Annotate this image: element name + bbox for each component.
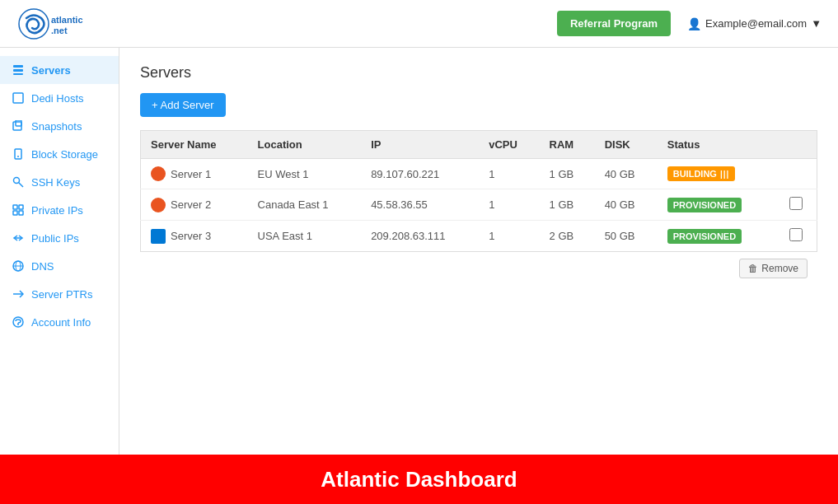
dns-icon bbox=[12, 259, 25, 273]
sidebar-item-ssh-keys[interactable]: SSH Keys bbox=[0, 168, 119, 196]
cell-status: PROVISIONED bbox=[658, 221, 775, 252]
sidebar-label-account-info: Account Info bbox=[31, 316, 91, 329]
cell-ram: 2 GB bbox=[540, 221, 595, 252]
content-area: Servers + Add Server Server Name Locatio… bbox=[119, 48, 838, 455]
cell-ram: 1 GB bbox=[540, 159, 595, 189]
cell-disk: 40 GB bbox=[595, 189, 658, 221]
server-name-text: Server 3 bbox=[171, 230, 211, 242]
public-ips-icon bbox=[12, 231, 25, 245]
add-server-button[interactable]: + Add Server bbox=[140, 93, 226, 117]
ubuntu-os-icon bbox=[151, 198, 166, 212]
svg-point-11 bbox=[14, 178, 20, 184]
sidebar-item-dedi-hosts[interactable]: Dedi Hosts bbox=[0, 84, 119, 112]
sidebar-item-server-ptrs[interactable]: Server PTRs bbox=[0, 280, 119, 308]
svg-rect-6 bbox=[13, 93, 23, 103]
windows-os-icon bbox=[151, 229, 166, 244]
svg-rect-5 bbox=[13, 73, 23, 75]
block-storage-icon bbox=[12, 147, 25, 161]
sidebar-item-private-ips[interactable]: Private IPs bbox=[0, 196, 119, 224]
svg-rect-16 bbox=[19, 211, 23, 215]
col-header-select bbox=[775, 131, 817, 159]
user-icon: 👤 bbox=[687, 17, 701, 30]
server-name-text: Server 1 bbox=[171, 168, 211, 180]
col-header-location: Location bbox=[248, 131, 362, 159]
sidebar-label-block-storage: Block Storage bbox=[31, 148, 98, 161]
sidebar-label-snapshots: Snapshots bbox=[31, 120, 82, 133]
remove-label: Remove bbox=[761, 263, 798, 274]
user-menu[interactable]: 👤 Example@email.com ▼ bbox=[687, 17, 822, 30]
cell-disk: 50 GB bbox=[595, 221, 658, 252]
sidebar-label-servers: Servers bbox=[31, 64, 71, 77]
cell-ip: 89.107.60.221 bbox=[361, 159, 479, 189]
svg-line-12 bbox=[19, 183, 24, 188]
sidebar-label-public-ips: Public IPs bbox=[31, 232, 79, 245]
svg-rect-4 bbox=[13, 69, 23, 72]
svg-rect-3 bbox=[13, 65, 23, 68]
sidebar-item-snapshots[interactable]: Snapshots bbox=[0, 112, 119, 140]
cell-disk: 40 GB bbox=[595, 159, 658, 189]
col-header-ram: RAM bbox=[540, 131, 595, 159]
dedi-hosts-icon bbox=[12, 91, 25, 105]
ssh-keys-icon bbox=[12, 175, 25, 189]
col-header-vcpu: vCPU bbox=[479, 131, 539, 159]
server-table: Server Name Location IP vCPU RAM DISK St… bbox=[140, 130, 817, 252]
col-header-status: Status bbox=[658, 131, 775, 159]
svg-rect-14 bbox=[19, 205, 23, 209]
col-header-server-name: Server Name bbox=[141, 131, 248, 159]
trash-icon: 🗑 bbox=[748, 263, 758, 274]
cell-checkbox[interactable] bbox=[775, 221, 817, 252]
cell-vcpu: 1 bbox=[479, 221, 539, 252]
cell-vcpu: 1 bbox=[479, 159, 539, 189]
sidebar-item-servers[interactable]: Servers bbox=[0, 56, 119, 84]
sidebar-item-account-info[interactable]: Account Info bbox=[0, 308, 119, 336]
sidebar-item-dns[interactable]: DNS bbox=[0, 252, 119, 280]
cell-server-name: Server 2 bbox=[141, 189, 248, 221]
row-select-checkbox[interactable] bbox=[789, 228, 803, 241]
sidebar-label-ssh-keys: SSH Keys bbox=[31, 176, 80, 189]
private-ips-icon bbox=[12, 203, 25, 217]
cell-location: Canada East 1 bbox=[248, 189, 362, 221]
page-title: Servers bbox=[140, 64, 817, 82]
svg-point-22 bbox=[13, 317, 23, 327]
servers-icon bbox=[12, 63, 25, 77]
svg-point-10 bbox=[17, 156, 19, 157]
col-header-disk: DISK bbox=[595, 131, 658, 159]
bottom-banner: Atlantic Dashboard bbox=[0, 455, 838, 504]
svg-rect-15 bbox=[13, 211, 17, 215]
cell-ip: 45.58.36.55 bbox=[361, 189, 479, 221]
svg-rect-8 bbox=[16, 120, 21, 126]
cell-checkbox[interactable] bbox=[775, 159, 817, 189]
remove-button[interactable]: 🗑 Remove bbox=[739, 259, 808, 278]
header-right: Referral Program 👤 Example@email.com ▼ bbox=[557, 11, 822, 36]
status-badge: PROVISIONED bbox=[667, 198, 742, 212]
main-layout: Servers Dedi Hosts Snapshots Block Stora… bbox=[0, 48, 838, 455]
table-row: Server 3 USA East 1 209.208.63.111 1 2 G… bbox=[141, 221, 817, 252]
cell-ram: 1 GB bbox=[540, 189, 595, 221]
row-select-checkbox[interactable] bbox=[789, 197, 803, 210]
referral-button[interactable]: Referral Program bbox=[557, 11, 671, 36]
snapshots-icon bbox=[12, 119, 25, 133]
sidebar: Servers Dedi Hosts Snapshots Block Stora… bbox=[0, 48, 119, 455]
cell-vcpu: 1 bbox=[479, 189, 539, 221]
svg-rect-13 bbox=[13, 205, 17, 209]
server-name-text: Server 2 bbox=[171, 198, 211, 211]
status-badge: PROVISIONED bbox=[667, 229, 742, 244]
sidebar-item-block-storage[interactable]: Block Storage bbox=[0, 140, 119, 168]
cell-location: USA East 1 bbox=[248, 221, 362, 252]
sidebar-label-private-ips: Private IPs bbox=[31, 204, 83, 217]
status-badge: BUILDING||| bbox=[667, 166, 736, 181]
sidebar-item-public-ips[interactable]: Public IPs bbox=[0, 224, 119, 252]
cell-checkbox[interactable] bbox=[775, 189, 817, 221]
cell-server-name: Server 3 bbox=[141, 221, 248, 252]
col-header-ip: IP bbox=[361, 131, 479, 159]
remove-row: 🗑 Remove bbox=[140, 252, 817, 285]
server-ptrs-icon bbox=[12, 287, 25, 301]
cell-location: EU West 1 bbox=[248, 159, 362, 189]
logo: atlantic .net bbox=[16, 7, 107, 41]
banner-text: Atlantic Dashboard bbox=[321, 467, 517, 492]
svg-text:.net: .net bbox=[51, 26, 68, 35]
cell-server-name: Server 1 bbox=[141, 159, 248, 189]
ubuntu-os-icon bbox=[151, 166, 166, 181]
account-info-icon bbox=[12, 315, 25, 329]
svg-rect-9 bbox=[15, 149, 21, 159]
